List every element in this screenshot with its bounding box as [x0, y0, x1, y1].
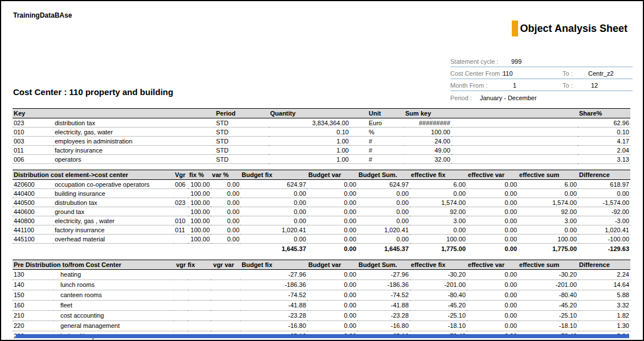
table-row: 140lunch rooms-186.360.00-186.36-201.000… — [13, 280, 630, 290]
cell — [451, 137, 578, 146]
col-header-effective-var: effective var — [467, 170, 518, 180]
cell — [188, 269, 211, 280]
cell: 0.00 — [357, 235, 410, 244]
cell: STD — [215, 128, 269, 137]
cell — [451, 155, 578, 164]
total-cell: -129.63 — [578, 244, 630, 254]
cell: 0.00 — [518, 225, 578, 235]
col-header-budget-sum: Budget Sum. — [357, 170, 410, 180]
totals-row: 1,645.370.001,645.371,775.000.001,775.00… — [13, 244, 630, 254]
cell: 100.00 — [188, 207, 211, 216]
cell: 0.00 — [467, 198, 518, 207]
cell: 0.00 — [307, 180, 357, 189]
cell: 0.00 — [307, 310, 357, 321]
cell: building insurance — [54, 189, 174, 198]
cell: 0.00 — [467, 207, 518, 216]
cell: -18.10 — [518, 321, 578, 331]
cell: 0.00 — [307, 189, 357, 198]
cell: 0.00 — [307, 321, 357, 331]
distribution-cost-element-table: Distribution cost element->cost centerVg… — [13, 170, 630, 254]
period-value: January - December — [480, 95, 537, 101]
cell: electricity, gas, water — [54, 128, 215, 137]
cell: 0.00 — [211, 216, 241, 225]
cell: 100.00 — [518, 235, 578, 244]
col-header-unit: Unit — [350, 109, 404, 118]
col-header-var-pct: var % — [211, 170, 241, 180]
cell: 1.00 — [269, 137, 350, 146]
col-header-quantity: Quantity — [269, 109, 350, 118]
total-cell: 1,775.00 — [518, 244, 578, 254]
cell: 1,574.00 — [518, 198, 578, 207]
cell: # — [350, 146, 404, 155]
cell: 92.00 — [518, 207, 578, 216]
cell: 0.00 — [307, 300, 357, 310]
cell: -23.28 — [241, 310, 307, 321]
cell: STD — [215, 155, 269, 164]
cell: 0.00 — [467, 290, 518, 300]
cell: -201.00 — [410, 280, 467, 290]
cell: -92.00 — [578, 207, 630, 216]
cell: 0.00 — [307, 225, 357, 235]
col-header-budget-sum: Budget Sum. — [357, 260, 410, 269]
cell: overhead material — [54, 235, 174, 244]
cell: 210 — [13, 310, 54, 321]
cell: 24.00 — [404, 137, 451, 146]
cell: 0.00 — [241, 198, 307, 207]
cell: 5.88 — [578, 290, 630, 300]
cell: 006 — [13, 155, 54, 164]
database-title: TrainingDataBAse — [13, 11, 72, 19]
cell: 49.00 — [404, 146, 451, 155]
cell: 0.00 — [307, 235, 357, 244]
cell — [211, 269, 241, 280]
cell: 023 — [174, 198, 188, 207]
cell: STD — [215, 118, 269, 128]
cell: 440600 — [13, 207, 54, 216]
col-header-fix-pct: fix % — [188, 170, 211, 180]
cell: fleet — [54, 300, 174, 310]
col-header-share: Share% — [578, 109, 630, 118]
cell: -25.10 — [410, 310, 467, 321]
cell — [174, 207, 188, 216]
col-header-period: Period — [215, 109, 269, 118]
cell: 3.00 — [410, 216, 467, 225]
col-header-difference: Difference — [578, 260, 630, 269]
cell: 441100 — [13, 225, 54, 235]
cell — [174, 280, 188, 290]
table-row: 440400building insurance100.000.000.000.… — [13, 189, 630, 198]
cell: -30.20 — [518, 269, 578, 280]
cell — [174, 290, 188, 300]
cell: 3.00 — [518, 216, 578, 225]
table-row: 440800electricity, gas , water010100.000… — [13, 216, 630, 225]
cell: 003 — [13, 137, 54, 146]
cell — [174, 235, 188, 244]
cell: 445100 — [13, 235, 54, 244]
cell: -27.96 — [241, 269, 307, 280]
month-from-value: 1 — [513, 82, 516, 89]
report-parameters: Statement cycle : 999 Cost Center From :… — [450, 55, 633, 103]
cell: -25.10 — [518, 310, 578, 321]
cell: -74.52 — [241, 290, 307, 300]
cell: -186.36 — [241, 280, 307, 290]
cell: distribution tax — [54, 118, 215, 128]
cell: 0.00 — [241, 235, 307, 244]
cell: STD — [215, 137, 269, 146]
cell — [188, 280, 211, 290]
col-header-budget-var: Budget var — [307, 260, 357, 269]
cell — [451, 146, 578, 155]
cell — [188, 290, 211, 300]
horizontal-scrollbar[interactable] — [16, 334, 629, 338]
cell: -186.36 — [357, 280, 410, 290]
cell: 14.64 — [578, 280, 630, 290]
cell: canteen rooms — [54, 290, 174, 300]
cell — [211, 310, 241, 321]
cell: occupation co-operative operators — [54, 180, 174, 189]
cell: 0.00 — [467, 280, 518, 290]
statement-cycle-label: Statement cycle : — [450, 58, 498, 65]
cell: 6.00 — [410, 180, 467, 189]
cell: 010 — [174, 216, 188, 225]
cost-center-to-label: To : — [563, 70, 573, 77]
cell: 0.00 — [467, 269, 518, 280]
cell: -16.80 — [357, 321, 410, 331]
total-cell: 0.00 — [467, 244, 518, 254]
cell: 100.00 — [188, 216, 211, 225]
